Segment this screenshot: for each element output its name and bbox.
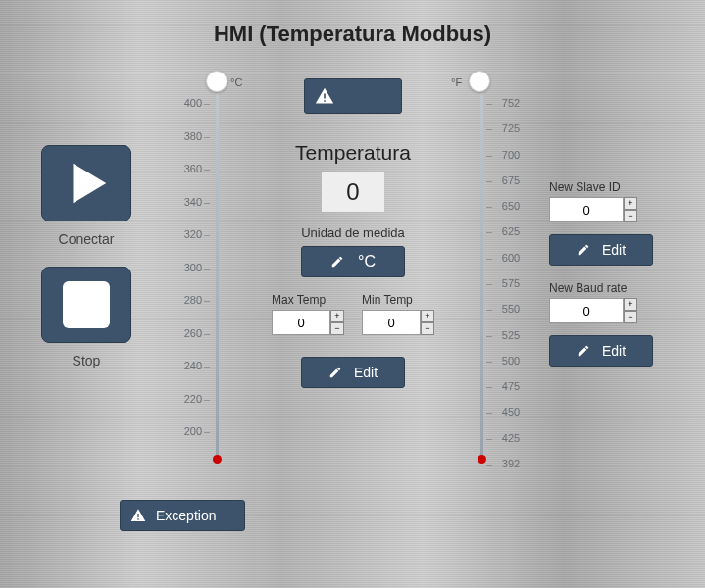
edit-temp-button[interactable]: Edit [301,357,405,388]
edit-baud-button[interactable]: Edit [549,335,653,367]
stop-icon [63,281,110,328]
warning-indicator [304,78,402,114]
edit-slave-button[interactable]: Edit [549,234,653,266]
stop-button[interactable] [41,267,131,343]
right-panel: New Slave ID + − Edit New Baud rate + − … [549,165,677,367]
unit-label: Unidad de medida [255,225,451,240]
thermo-tube [480,94,483,459]
thermo-c-ticks: 400–380–360–340–320–300–280–260–240–220–… [176,98,210,460]
edit-slave-text: Edit [602,242,626,258]
min-temp-down[interactable]: − [421,322,434,335]
play-icon [60,157,113,210]
pencil-icon [328,366,342,379]
pencil-icon [577,243,590,257]
min-temp-input[interactable] [362,310,421,335]
exception-text: Exception [156,508,216,523]
unit-button[interactable]: °C [301,246,405,277]
temperature-heading: Temperatura [255,141,451,165]
stop-label: Stop [35,353,137,368]
warning-icon [130,508,146,523]
slave-id-input[interactable] [549,197,624,222]
baud-rate-label: New Baud rate [549,281,677,295]
page-title: HMI (Temperatura Modbus) [0,0,705,47]
warning-icon [315,86,334,106]
min-temp-up[interactable]: + [421,310,434,322]
baud-rate-input[interactable] [549,298,624,323]
edit-baud-text: Edit [602,343,626,359]
max-temp-down[interactable]: − [330,322,344,335]
pencil-icon [577,344,590,358]
pencil-icon [330,255,344,269]
thermo-bulb-icon [206,71,227,92]
connect-label: Conectar [35,231,137,247]
slave-id-up[interactable]: + [624,197,637,210]
thermo-f-ticks: 752–725–700–675–650–625–600–575–550–525–… [486,98,522,484]
exception-button[interactable]: Exception [120,500,245,531]
thermo-f-unit: °F [451,76,462,88]
left-controls: Conectar Stop [35,145,137,388]
min-temp-group: Min Temp + − [362,293,434,335]
max-temp-input[interactable] [272,310,330,335]
temperature-value: 0 [322,172,384,212]
thermo-bulb-icon [469,71,490,92]
unit-button-text: °C [358,253,376,270]
baud-rate-down[interactable]: − [624,311,637,323]
max-temp-group: Max Temp + − [272,293,344,335]
min-temp-label: Min Temp [362,293,434,307]
thermo-tip-icon [213,455,222,464]
center-panel: Temperatura 0 Unidad de medida °C Max Te… [255,78,451,388]
max-temp-up[interactable]: + [330,310,344,322]
max-temp-label: Max Temp [272,293,344,307]
slave-id-down[interactable]: − [624,210,637,222]
thermo-tube [216,94,219,459]
thermo-c-unit: °C [230,76,242,88]
thermo-tip-icon [478,455,486,464]
slave-id-label: New Slave ID [549,180,677,194]
baud-rate-up[interactable]: + [624,298,637,311]
edit-temp-text: Edit [354,365,378,380]
connect-button[interactable] [41,145,131,221]
